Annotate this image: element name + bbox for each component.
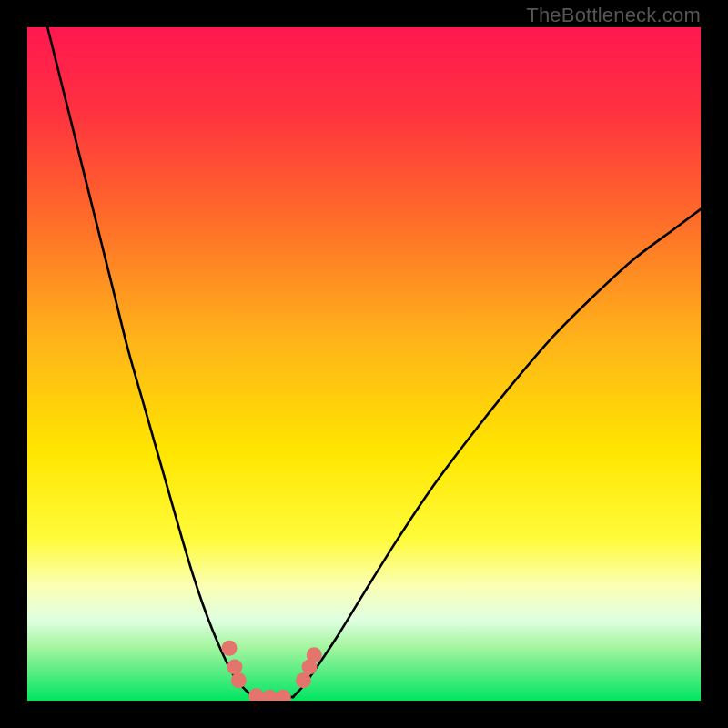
data-point-p9 bbox=[307, 647, 322, 662]
data-point-p6 bbox=[276, 690, 291, 701]
plot-area bbox=[27, 27, 701, 701]
data-point-p2 bbox=[227, 660, 242, 675]
bottleneck-curve bbox=[27, 27, 701, 701]
data-point-p5 bbox=[262, 690, 278, 701]
data-point-p7 bbox=[296, 672, 311, 688]
data-point-p3 bbox=[231, 672, 247, 688]
chart-frame: TheBottleneck.com bbox=[0, 0, 728, 728]
watermark: TheBottleneck.com bbox=[526, 4, 701, 27]
data-point-p1 bbox=[222, 641, 238, 656]
data-point-p4 bbox=[248, 688, 264, 701]
